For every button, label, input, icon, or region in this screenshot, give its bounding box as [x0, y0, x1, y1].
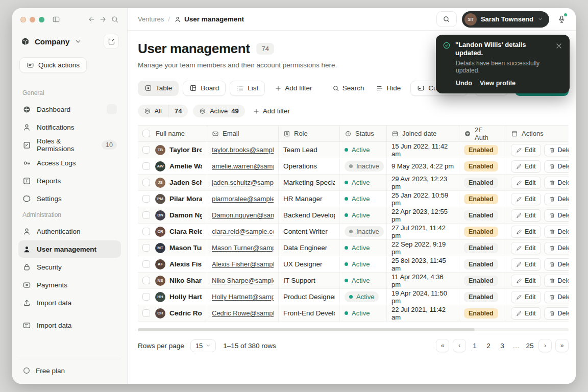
announcements-button[interactable] — [554, 12, 569, 27]
user-email-link[interactable]: Mason Turner@sample.com — [212, 244, 274, 252]
horizontal-scrollbar-thumb[interactable] — [138, 328, 475, 331]
edit-button[interactable]: Edit — [511, 160, 541, 173]
topbar-search-button[interactable] — [436, 11, 457, 27]
edit-button[interactable]: Edit — [511, 144, 541, 156]
sidebar-item-security[interactable]: Security — [18, 258, 121, 276]
item-caret-button[interactable] — [107, 104, 117, 114]
breadcrumb-parent[interactable]: Ventures — [138, 15, 164, 23]
view-list-button[interactable]: List — [230, 81, 265, 96]
edit-button[interactable]: Edit — [511, 291, 541, 303]
sidebar-item-reports[interactable]: Reports — [18, 172, 121, 189]
sidebar-item-dashboard[interactable]: Dashboard — [18, 101, 121, 118]
edit-button[interactable]: Edit — [511, 258, 541, 271]
page-number[interactable]: 2 — [483, 342, 494, 350]
sidebar-item-settings[interactable]: Settings — [18, 190, 121, 207]
back-arrow-icon[interactable] — [87, 15, 95, 23]
delete-button[interactable]: Delete — [544, 144, 569, 156]
page-number[interactable]: … — [511, 342, 521, 350]
view-board-button[interactable]: Board — [183, 81, 226, 96]
user-email-link[interactable]: Alexis Fisher@sample.com — [212, 260, 274, 268]
column-header-joined-date[interactable]: Joined date — [387, 126, 459, 141]
column-header-email[interactable]: Email — [207, 126, 279, 141]
view-profile-button[interactable]: View profile — [480, 80, 516, 87]
edit-button[interactable]: Edit — [511, 242, 541, 254]
row-checkbox[interactable] — [142, 179, 150, 186]
sidebar-item-access-logs[interactable]: Access Logs — [18, 154, 121, 172]
window-dot-2[interactable] — [30, 17, 35, 22]
rows-per-page-select[interactable]: 15 — [190, 339, 216, 352]
edit-button[interactable]: Edit — [511, 177, 541, 189]
company-switcher[interactable]: Company — [18, 34, 121, 49]
sidebar-item-import-data[interactable]: Import data — [18, 316, 121, 334]
plan-row[interactable]: Free plan — [18, 359, 121, 384]
delete-button[interactable]: Delete — [544, 209, 569, 222]
sidebar-item-import-data[interactable]: Import data — [18, 294, 121, 311]
user-email-link[interactable]: plarmoralee@sample.com — [212, 195, 274, 203]
edit-button[interactable]: Edit — [511, 209, 541, 222]
user-email-link[interactable]: ciara.reid@sample.com — [212, 228, 274, 235]
column-header-status[interactable]: Status — [340, 126, 387, 141]
quick-actions-button[interactable]: Quick actions — [19, 57, 87, 73]
sidebar-toggle-icon[interactable] — [52, 15, 60, 23]
page-button[interactable]: ‹ — [453, 339, 466, 352]
horizontal-scrollbar-track[interactable] — [138, 328, 569, 331]
row-checkbox[interactable] — [142, 293, 150, 301]
row-checkbox[interactable] — [142, 309, 150, 317]
user-email-link[interactable]: jaden.schultz@sample.com — [212, 179, 274, 186]
page-button[interactable]: › — [538, 339, 552, 352]
delete-button[interactable]: Delete — [544, 291, 569, 303]
row-checkbox[interactable] — [142, 228, 150, 235]
filter-chip-all[interactable]: All74 — [138, 105, 188, 117]
row-checkbox[interactable] — [142, 260, 150, 268]
page-button[interactable]: » — [555, 339, 569, 352]
user-email-link[interactable]: Damon.nguyen@sample.com — [212, 211, 274, 219]
edit-button[interactable]: Edit — [511, 193, 541, 205]
user-menu[interactable]: ST Sarah Townsend — [462, 11, 549, 28]
compose-button[interactable] — [104, 34, 119, 49]
delete-button[interactable]: Delete — [544, 177, 569, 189]
hide-button[interactable]: Hide — [374, 84, 403, 92]
user-email-link[interactable]: Niko Sharpe@sample.com — [212, 277, 274, 284]
search-button[interactable]: Search — [330, 84, 367, 92]
delete-button[interactable]: Delete — [544, 160, 569, 173]
delete-button[interactable]: Delete — [544, 275, 569, 287]
row-checkbox[interactable] — [142, 211, 150, 219]
select-all-checkbox[interactable] — [142, 130, 150, 137]
row-checkbox[interactable] — [142, 277, 150, 284]
breadcrumb-current[interactable]: User management — [174, 15, 244, 23]
search-icon[interactable] — [111, 15, 119, 23]
delete-button[interactable]: Delete — [544, 193, 569, 205]
add-filter-button[interactable]: Add filter — [272, 84, 314, 92]
sidebar-item-roles-permissions[interactable]: Roles & Permissions10 — [18, 136, 121, 154]
row-checkbox[interactable] — [142, 244, 150, 252]
page-number[interactable]: 25 — [525, 342, 535, 350]
column-header-actions[interactable]: Actions — [506, 126, 569, 141]
column-header-full-name[interactable]: Full name — [138, 126, 207, 141]
sidebar-item-authentication[interactable]: Authentication — [18, 223, 121, 240]
user-email-link[interactable]: Cedric Rowe@sample.com — [212, 309, 274, 317]
user-email-link[interactable]: taylor.brooks@sample.com — [212, 146, 274, 154]
window-dot-1[interactable] — [20, 17, 26, 22]
page-number[interactable]: 1 — [470, 342, 480, 350]
page-button[interactable]: « — [436, 339, 449, 352]
add-filter-chip-button[interactable]: Add filter — [250, 107, 292, 115]
row-checkbox[interactable] — [142, 146, 150, 154]
edit-button[interactable]: Edit — [511, 226, 541, 238]
undo-button[interactable]: Undo — [456, 80, 472, 87]
edit-button[interactable]: Edit — [511, 307, 541, 320]
sidebar-item-notifications[interactable]: Notifications — [18, 118, 121, 136]
user-email-link[interactable]: Holly Hartnett@sample.com — [212, 293, 274, 301]
user-email-link[interactable]: amelie.warren@sample.com — [212, 162, 274, 170]
view-table-button[interactable]: Table — [138, 81, 179, 96]
delete-button[interactable]: Delete — [544, 307, 569, 320]
delete-button[interactable]: Delete — [544, 258, 569, 271]
row-checkbox[interactable] — [142, 162, 150, 170]
delete-button[interactable]: Delete — [544, 226, 569, 238]
edit-button[interactable]: Edit — [511, 275, 541, 287]
filter-chip-active[interactable]: Active49 — [193, 105, 244, 117]
sidebar-item-payments[interactable]: Payments — [18, 276, 121, 293]
column-header-role[interactable]: Role — [279, 126, 340, 141]
row-checkbox[interactable] — [142, 195, 150, 203]
forward-arrow-icon[interactable] — [99, 15, 107, 23]
window-dot-3[interactable] — [39, 17, 44, 22]
